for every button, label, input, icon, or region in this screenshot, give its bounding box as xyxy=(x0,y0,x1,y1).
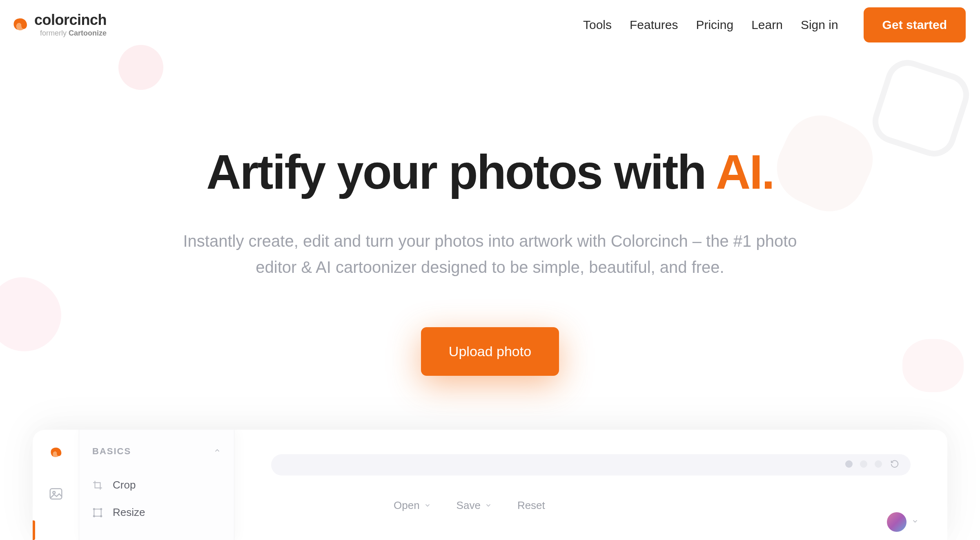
panel-title: BASICS xyxy=(92,446,131,457)
image-icon[interactable] xyxy=(48,486,64,502)
hero-title: Artify your photos with AI. xyxy=(0,148,980,196)
editor-basics-panel: BASICS Crop Resize xyxy=(79,430,234,540)
svg-rect-2 xyxy=(94,509,101,516)
nav-learn[interactable]: Learn xyxy=(751,18,783,32)
window-dot xyxy=(875,460,882,468)
crop-icon xyxy=(92,480,103,491)
upload-photo-button[interactable]: Upload photo xyxy=(421,327,559,376)
editor-main-area: Open Save Reset xyxy=(234,430,947,540)
toolbar-reset[interactable]: Reset xyxy=(517,499,545,512)
panel-header[interactable]: BASICS xyxy=(92,446,221,457)
site-header: colorcinch formerly Cartoonize Tools Fea… xyxy=(0,0,980,50)
svg-point-5 xyxy=(94,515,95,517)
nav-features[interactable]: Features xyxy=(630,18,678,32)
main-nav: Tools Features Pricing Learn Sign in Get… xyxy=(583,7,966,42)
nav-tools[interactable]: Tools xyxy=(583,18,612,32)
panel-item-crop[interactable]: Crop xyxy=(92,471,221,499)
sidebar-active-indicator xyxy=(33,520,35,540)
chevron-down-icon xyxy=(485,499,492,512)
panel-item-resize[interactable]: Resize xyxy=(92,499,221,526)
hero-title-accent: AI. xyxy=(716,145,774,199)
svg-point-4 xyxy=(100,508,102,509)
logo-text: colorcinch formerly Cartoonize xyxy=(34,13,107,38)
toolbar-save[interactable]: Save xyxy=(457,499,492,512)
logo-small-icon[interactable] xyxy=(48,445,64,461)
get-started-button[interactable]: Get started xyxy=(864,7,966,42)
nav-signin[interactable]: Sign in xyxy=(801,18,838,32)
window-dots xyxy=(845,460,882,468)
editor-preview-card: BASICS Crop Resize xyxy=(33,430,947,540)
svg-point-1 xyxy=(53,491,55,494)
user-avatar[interactable] xyxy=(887,512,906,532)
window-dot xyxy=(860,460,867,468)
toolbar-open[interactable]: Open xyxy=(394,499,431,512)
hero-subtitle: Instantly create, edit and turn your pho… xyxy=(163,228,817,280)
nav-pricing[interactable]: Pricing xyxy=(696,18,733,32)
reload-icon xyxy=(890,460,899,470)
svg-point-3 xyxy=(94,508,95,509)
editor-toolbar: Open Save Reset xyxy=(271,499,911,512)
chevron-down-icon xyxy=(911,518,919,527)
svg-rect-0 xyxy=(50,489,62,499)
brand-logo[interactable]: colorcinch formerly Cartoonize xyxy=(12,13,107,38)
brand-name: colorcinch xyxy=(34,13,107,27)
logo-mark-icon xyxy=(12,17,29,33)
hero-section: Artify your photos with AI. Instantly cr… xyxy=(0,50,980,376)
chevron-down-icon xyxy=(424,499,431,512)
editor-sidebar xyxy=(33,430,79,540)
chevron-up-icon xyxy=(214,447,221,456)
brand-tagline: formerly Cartoonize xyxy=(40,29,107,38)
panel-item-label: Resize xyxy=(113,506,145,519)
resize-icon xyxy=(92,507,103,518)
editor-urlbar[interactable] xyxy=(271,454,911,475)
panel-item-label: Crop xyxy=(113,479,136,491)
svg-point-6 xyxy=(100,515,102,517)
window-dot xyxy=(845,460,853,468)
